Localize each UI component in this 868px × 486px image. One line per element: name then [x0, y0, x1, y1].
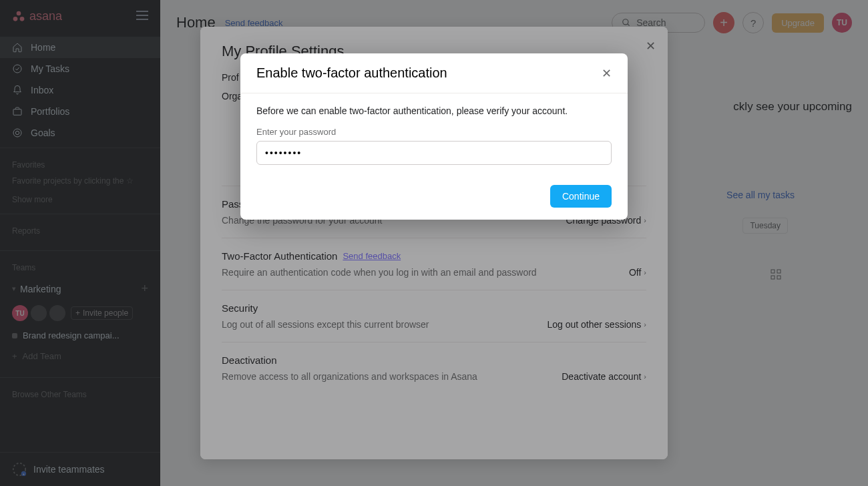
password-input[interactable] — [256, 141, 612, 165]
2fa-modal-title: Enable two-factor authentication — [256, 65, 447, 81]
2fa-modal-subtitle: Before we can enable two-factor authenti… — [256, 105, 612, 116]
close-2fa-icon[interactable]: ✕ — [602, 66, 612, 81]
continue-button[interactable]: Continue — [550, 185, 612, 208]
enable-2fa-modal: Enable two-factor authentication ✕ Befor… — [240, 53, 628, 220]
password-label: Enter your password — [256, 127, 612, 137]
